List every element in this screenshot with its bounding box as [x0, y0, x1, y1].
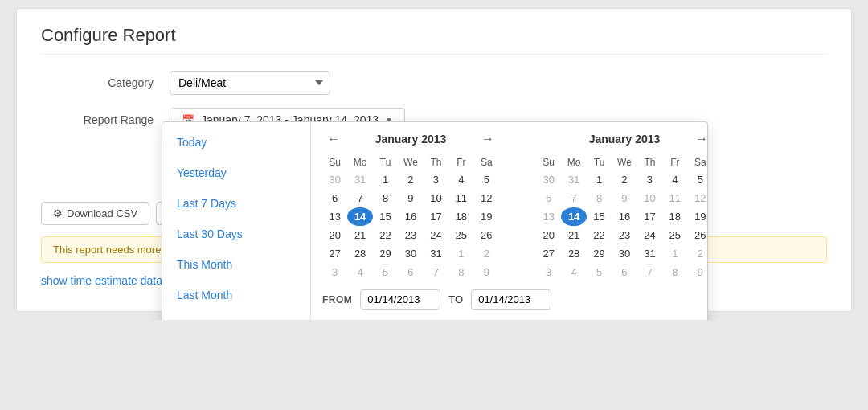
calendar-day[interactable]: 8 [448, 263, 473, 281]
calendar-day[interactable]: 30 [322, 170, 347, 189]
calendar-day[interactable]: 2 [688, 244, 713, 263]
calendar-day[interactable]: 4 [561, 263, 586, 281]
calendar-day[interactable]: 10 [637, 189, 662, 207]
calendar-day[interactable]: 1 [373, 170, 398, 189]
calendar-day[interactable]: 27 [536, 244, 561, 263]
menu-item-thismonth[interactable]: This Month [162, 249, 310, 280]
calendar-day[interactable]: 9 [398, 189, 423, 207]
menu-item-last30days[interactable]: Last 30 Days [162, 219, 310, 249]
calendar-day[interactable]: 31 [424, 244, 448, 263]
calendar-day[interactable]: 25 [448, 226, 473, 244]
calendar-day[interactable]: 3 [637, 170, 662, 189]
calendar-day[interactable]: 7 [561, 189, 586, 207]
calendar-day[interactable]: 3 [536, 263, 561, 281]
calendar-day[interactable]: 12 [688, 189, 713, 207]
calendar-day[interactable]: 4 [347, 263, 372, 281]
calendar-day[interactable]: 17 [637, 207, 662, 226]
menu-item-lastmonth[interactable]: Last Month [162, 280, 310, 310]
calendar-day[interactable]: 3 [322, 263, 347, 281]
from-input[interactable] [360, 289, 440, 310]
calendar-day[interactable]: 4 [448, 170, 473, 189]
calendar-day[interactable]: 23 [612, 226, 637, 244]
cal1-next-button[interactable]: → [477, 130, 499, 148]
calendar-day[interactable]: 7 [637, 263, 662, 281]
calendar-day[interactable]: 30 [536, 170, 561, 189]
calendar-day[interactable]: 7 [347, 189, 372, 207]
calendar-day[interactable]: 9 [612, 189, 637, 207]
calendar-day[interactable]: 6 [612, 263, 637, 281]
calendar-day[interactable]: 24 [637, 226, 662, 244]
calendar-day[interactable]: 8 [373, 189, 398, 207]
calendar-day[interactable]: 21 [347, 226, 372, 244]
calendar-day[interactable]: 8 [662, 263, 687, 281]
calendar-day[interactable]: 22 [587, 226, 612, 244]
calendar-day[interactable]: 26 [474, 226, 499, 244]
calendar-day[interactable]: 23 [398, 226, 423, 244]
calendar-day[interactable]: 5 [688, 170, 713, 189]
calendar-day[interactable]: 6 [536, 189, 561, 207]
calendar-day[interactable]: 3 [424, 170, 448, 189]
calendar-day[interactable]: 4 [662, 170, 687, 189]
calendar-day[interactable]: 19 [474, 207, 499, 226]
menu-item-customrange[interactable]: Custom Range [162, 310, 310, 320]
calendar-day[interactable]: 5 [474, 170, 499, 189]
calendar-day[interactable]: 16 [612, 207, 637, 226]
calendar-day[interactable]: 20 [322, 226, 347, 244]
menu-item-yesterday[interactable]: Yesterday [162, 158, 310, 188]
calendar-day[interactable]: 26 [688, 226, 713, 244]
calendar-day[interactable]: 25 [662, 226, 687, 244]
calendar-day[interactable]: 30 [398, 244, 423, 263]
calendar-day[interactable]: 31 [561, 170, 586, 189]
calendar-day[interactable]: 29 [587, 244, 612, 263]
calendar-day[interactable]: 19 [688, 207, 713, 226]
calendar-day[interactable]: 9 [688, 263, 713, 281]
calendar-day[interactable]: 22 [373, 226, 398, 244]
category-select[interactable]: Deli/Meat Produce Bakery Beverage [170, 71, 330, 95]
calendar-day[interactable]: 14 [561, 207, 586, 226]
calendar-day[interactable]: 2 [474, 244, 499, 263]
calendar-day[interactable]: 6 [398, 263, 423, 281]
calendar-day[interactable]: 14 [347, 207, 372, 226]
calendar-day[interactable]: 5 [373, 263, 398, 281]
show-time-estimate-link[interactable]: show time estimate data [41, 274, 162, 287]
calendar-day[interactable]: 1 [448, 244, 473, 263]
calendar-day[interactable]: 31 [637, 244, 662, 263]
calendar-day[interactable]: 10 [424, 189, 448, 207]
calendar-day[interactable]: 29 [373, 244, 398, 263]
calendar-day[interactable]: 27 [322, 244, 347, 263]
download-icon: ⚙ [53, 207, 63, 219]
menu-item-today[interactable]: Today [162, 127, 310, 158]
calendar-day[interactable]: 17 [424, 207, 448, 226]
calendar-day[interactable]: 30 [612, 244, 637, 263]
calendar-day[interactable]: 15 [587, 207, 612, 226]
cal1-prev-button[interactable]: ← [322, 130, 345, 148]
calendar-day[interactable]: 16 [398, 207, 423, 226]
calendar-day[interactable]: 8 [587, 189, 612, 207]
calendar-day[interactable]: 7 [424, 263, 448, 281]
to-input[interactable] [471, 289, 551, 310]
calendar-day[interactable]: 21 [561, 226, 586, 244]
calendar-day[interactable]: 18 [448, 207, 473, 226]
menu-item-last7days[interactable]: Last 7 Days [162, 188, 310, 219]
calendar-day[interactable]: 9 [474, 263, 499, 281]
calendar-day[interactable]: 1 [662, 244, 687, 263]
calendar-day[interactable]: 28 [347, 244, 372, 263]
calendar-day[interactable]: 13 [322, 207, 347, 226]
calendar-day[interactable]: 20 [536, 226, 561, 244]
calendar-day[interactable]: 12 [474, 189, 499, 207]
calendar-day[interactable]: 5 [587, 263, 612, 281]
download-csv-button[interactable]: ⚙ Download CSV [41, 202, 149, 225]
calendar-day[interactable]: 11 [662, 189, 687, 207]
calendar-day[interactable]: 2 [398, 170, 423, 189]
calendar-day[interactable]: 13 [536, 207, 561, 226]
calendar-day[interactable]: 31 [347, 170, 372, 189]
calendar-day[interactable]: 18 [662, 207, 687, 226]
calendar-day[interactable]: 2 [612, 170, 637, 189]
calendar-day[interactable]: 1 [587, 170, 612, 189]
calendar-day[interactable]: 11 [448, 189, 473, 207]
cal2-next-button[interactable]: → [690, 130, 713, 148]
calendar-day[interactable]: 15 [373, 207, 398, 226]
calendar-day[interactable]: 6 [322, 189, 347, 207]
calendar-day[interactable]: 24 [424, 226, 448, 244]
calendar-day[interactable]: 28 [561, 244, 586, 263]
